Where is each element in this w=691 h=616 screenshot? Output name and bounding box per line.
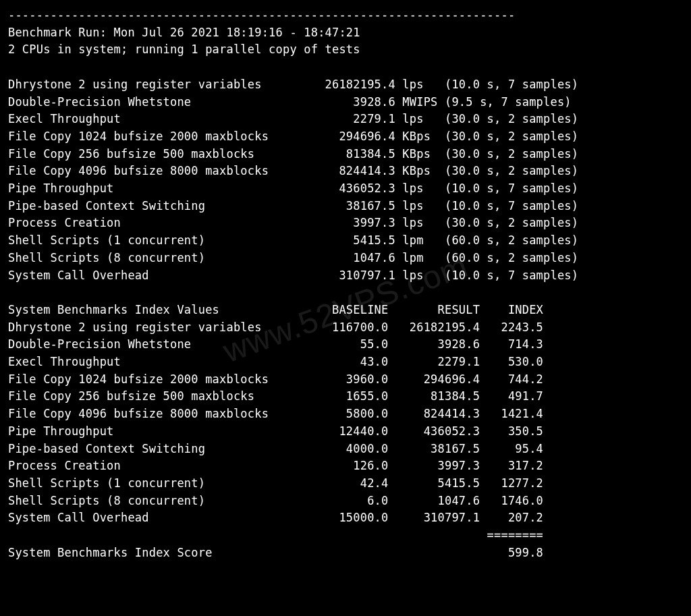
terminal-output: ----------------------------------------…: [0, 0, 691, 569]
